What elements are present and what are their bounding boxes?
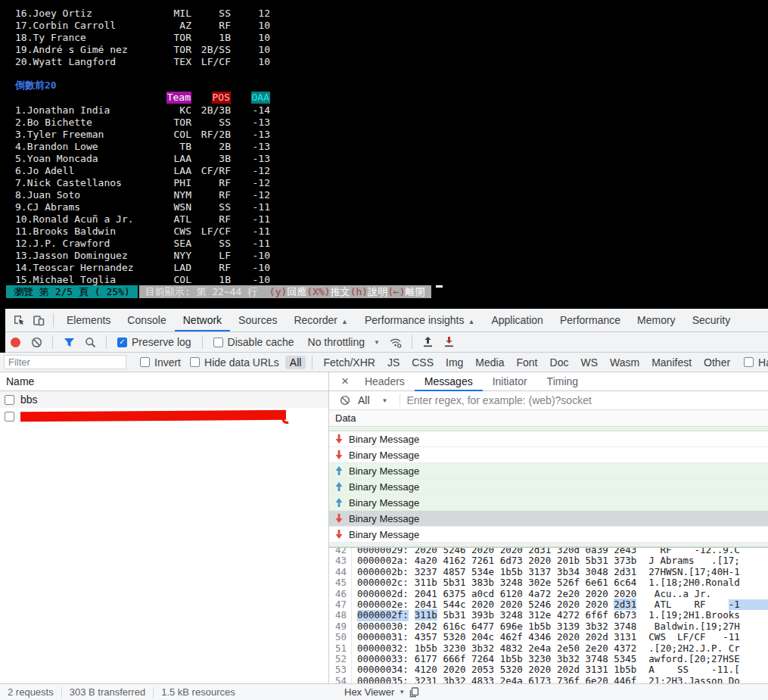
message-row[interactable]: Binary Message xyxy=(329,511,768,527)
detail-tab-initiator[interactable]: Initiator xyxy=(483,372,537,391)
filter-button[interactable] xyxy=(59,332,79,352)
network-toolbar: ✓ Preserve log Disable cache No throttli… xyxy=(0,332,768,353)
checkbox-empty-icon[interactable] xyxy=(5,412,14,422)
player-name: 19.André s Gimé nez xyxy=(15,44,128,56)
hex-offset: 00000032: xyxy=(357,643,409,654)
viewer-mode-select[interactable]: Hex Viewer xyxy=(344,686,394,698)
data-column-header[interactable]: Data xyxy=(329,410,768,427)
name-column-header[interactable]: Name xyxy=(0,372,328,391)
detail-tab-messages[interactable]: Messages xyxy=(415,372,483,391)
hex-bytes: 4120 2020 2053 5320 2020 202d 3131 1b5b xyxy=(415,664,637,675)
message-regex-input[interactable] xyxy=(400,394,768,406)
tab-performance[interactable]: Performance xyxy=(552,309,629,331)
message-row[interactable]: Binary Message xyxy=(329,463,768,479)
hex-row[interactable]: 5400000035:3231 3b32 4833 2e4a 6173 736f… xyxy=(329,676,768,683)
tab-network[interactable]: Network xyxy=(175,309,230,331)
player-row: 18.Ty FranceTOR1B10 xyxy=(0,32,768,44)
hex-row[interactable]: 4900000030:2042 616c 6477 696e 1b5b 3139… xyxy=(329,621,768,632)
record-button[interactable] xyxy=(11,338,20,347)
has-blocked-cookies-checkbox[interactable]: Has blocked cookies xyxy=(744,356,768,369)
filter-type-css[interactable]: CSS xyxy=(407,356,438,369)
invert-checkbox[interactable]: Invert xyxy=(140,356,181,369)
close-icon[interactable]: × xyxy=(335,374,355,389)
player-oaa: -11 xyxy=(231,213,270,226)
hex-row[interactable]: 5300000034:4120 2020 2053 5320 2020 202d… xyxy=(329,664,768,675)
filter-type-media[interactable]: Media xyxy=(471,356,508,369)
tab-security[interactable]: Security xyxy=(684,309,739,331)
resources-size: 1.5 kB resources xyxy=(161,686,235,698)
preserve-log-checkbox[interactable]: ✓ Preserve log xyxy=(117,336,191,348)
hex-line-number: 49 xyxy=(329,621,352,632)
hex-row[interactable]: 430000002a:4a20 4162 7261 6d73 2020 201b… xyxy=(329,555,768,566)
filter-type-other[interactable]: Other xyxy=(699,356,735,369)
detail-tab-headers[interactable]: Headers xyxy=(355,372,415,391)
hex-row[interactable]: 5100000032:1b5b 3230 3b32 4832 2e4a 2e50… xyxy=(329,643,768,654)
detail-tab-timing[interactable]: Timing xyxy=(537,372,589,391)
disable-cache-checkbox[interactable]: Disable cache xyxy=(213,336,294,348)
player-row: 19.André s Gimé nezTOR2B/SS10 xyxy=(0,44,768,56)
export-har-icon[interactable] xyxy=(440,332,459,352)
message-row[interactable]: Binary Message xyxy=(329,447,768,463)
tab-memory[interactable]: Memory xyxy=(629,309,684,331)
hex-row[interactable]: 450000002c:311b 5b31 383b 3248 302e 526f… xyxy=(329,577,768,588)
throttling-select[interactable]: No throttling xyxy=(308,336,365,348)
filter-type-fetchxhr[interactable]: Fetch/XHR xyxy=(319,356,379,369)
hex-row[interactable]: 460000002d:2041 6375 a0cd 6120 4a72 2e20… xyxy=(329,589,768,599)
screen: 16.Joey OrtizMILSS1217.Corbin CarrollAZR… xyxy=(0,0,768,700)
copy-icon[interactable] xyxy=(409,687,419,698)
player-team: MIL xyxy=(150,8,191,20)
search-button[interactable] xyxy=(80,332,100,352)
websocket-messages-list: Binary MessageBinary MessageBinary Messa… xyxy=(329,427,768,547)
player-team: LAA xyxy=(150,165,191,177)
filter-type-wasm[interactable]: Wasm xyxy=(605,356,644,369)
network-conditions-icon[interactable] xyxy=(386,332,406,352)
hex-row[interactable]: 440000002b:3237 4857 534e 1b5b 3137 3b34… xyxy=(329,567,768,577)
filter-type-manifest[interactable]: Manifest xyxy=(647,356,696,369)
player-name: 9.CJ Abrams xyxy=(15,201,80,213)
player-team: LAD xyxy=(150,262,191,274)
player-pos: 3B xyxy=(191,153,231,165)
message-row[interactable]: Binary Message xyxy=(329,431,768,447)
checkbox-empty-icon xyxy=(140,357,150,367)
request-row[interactable] xyxy=(0,408,328,425)
filter-type-ws[interactable]: WS xyxy=(576,356,602,369)
message-row[interactable]: Binary Message xyxy=(329,479,768,495)
hex-row[interactable]: 5200000033:6177 666f 7264 1b5b 3230 3b32… xyxy=(329,654,768,664)
tab-application[interactable]: Application xyxy=(483,309,552,331)
inspect-element-button[interactable] xyxy=(9,310,29,330)
message-row[interactable]: Binary Message xyxy=(329,527,768,543)
detail-tabs: HeadersMessagesInitiatorTiming xyxy=(355,372,588,391)
filter-input[interactable] xyxy=(4,355,126,369)
hex-row[interactable]: 5000000031:4357 5320 204c 462f 4346 2020… xyxy=(329,632,768,642)
hex-bytes: 3237 4857 534e 1b5b 3137 3b34 3048 2d31 xyxy=(415,567,637,577)
hex-row[interactable]: 480000002f:311b 5b31 393b 3248 312e 4272… xyxy=(329,610,768,621)
filter-type-font[interactable]: Font xyxy=(512,356,543,369)
filter-type-all[interactable]: All xyxy=(285,356,306,369)
filter-type-js[interactable]: JS xyxy=(383,356,404,369)
checkbox-empty-icon xyxy=(190,357,200,367)
import-har-icon[interactable] xyxy=(418,332,438,352)
message-label: Binary Message xyxy=(349,465,419,477)
tab-console[interactable]: Console xyxy=(119,309,174,331)
tab-sources[interactable]: Sources xyxy=(230,309,285,331)
request-row[interactable]: bbs xyxy=(0,391,328,408)
clear-button[interactable] xyxy=(26,332,46,352)
request-name: bbs xyxy=(20,394,38,406)
clear-messages-icon[interactable] xyxy=(340,395,350,406)
hex-row[interactable]: 470000002e:2041 544c 2020 2020 5246 2020… xyxy=(329,599,768,610)
message-type-select[interactable]: All xyxy=(358,394,370,406)
tab-performance-insights[interactable]: Performance insights▲ xyxy=(356,309,483,331)
hide-data-urls-checkbox[interactable]: Hide data URLs xyxy=(190,356,279,369)
hex-ascii: Acu..a Jr. xyxy=(648,589,768,599)
filter-type-doc[interactable]: Doc xyxy=(546,356,574,369)
checkbox-empty-icon[interactable] xyxy=(5,395,14,405)
tab-recorder[interactable]: Recorder▲ xyxy=(285,309,356,331)
player-row: 7.Nick CastellanosPHIRF-12 xyxy=(0,177,768,189)
filter-type-img[interactable]: Img xyxy=(441,356,468,369)
message-row[interactable]: Binary Message xyxy=(329,495,768,511)
tab-elements[interactable]: Elements xyxy=(58,309,119,331)
device-toolbar-button[interactable] xyxy=(29,310,48,330)
player-name: 10.Ronald Acuñ a Jr. xyxy=(15,213,134,226)
devtools-statusbar: 2 requests 303 B transferred 1.5 kB reso… xyxy=(0,683,768,700)
message-label: Binary Message xyxy=(349,434,419,445)
